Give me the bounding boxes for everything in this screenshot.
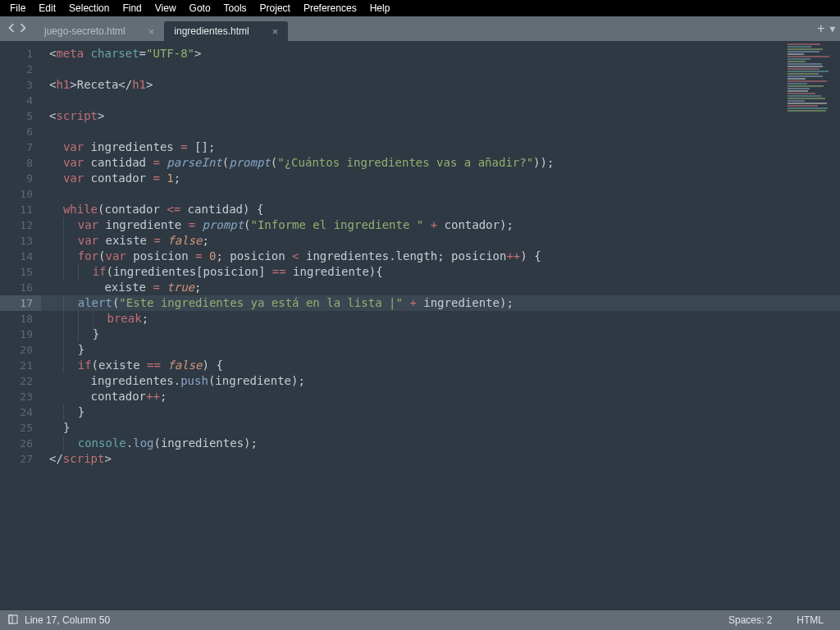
line-number: 2	[0, 62, 33, 77]
code-line	[49, 93, 840, 108]
code-line: </script>	[49, 451, 840, 467]
code-line: break;	[49, 311, 840, 326]
status-position[interactable]: Line 17, Column 50	[25, 614, 110, 626]
nav-forward-icon[interactable]	[18, 23, 28, 35]
code-line: existe = true;	[49, 280, 840, 295]
line-number: 21	[0, 358, 33, 373]
minimap[interactable]	[788, 43, 835, 141]
code-area[interactable]: <meta charset="UTF-8"><h1>Receta</h1><sc…	[41, 41, 840, 615]
code-line: <script>	[49, 108, 840, 124]
code-line: var existe = false;	[49, 233, 840, 249]
line-number: 26	[0, 436, 33, 451]
line-number: 7	[0, 139, 33, 155]
close-icon[interactable]: ×	[148, 25, 155, 38]
tab-nav	[0, 23, 34, 35]
line-number: 6	[0, 124, 33, 139]
line-number: 12	[0, 217, 33, 233]
menu-goto[interactable]: Goto	[183, 1, 217, 16]
code-line: }	[49, 342, 840, 358]
line-number: 18	[0, 311, 33, 326]
line-number: 14	[0, 249, 33, 264]
line-number: 24	[0, 404, 33, 420]
line-number: 25	[0, 420, 33, 436]
code-line	[49, 62, 840, 77]
code-line: console.log(ingredientes);	[49, 436, 840, 451]
line-number: 4	[0, 93, 33, 108]
line-number: 5	[0, 108, 33, 124]
menu-view[interactable]: View	[148, 1, 183, 16]
code-line: for(var posicion = 0; posicion < ingredi…	[49, 249, 840, 264]
code-line	[49, 186, 840, 202]
menu-find[interactable]: Find	[116, 1, 148, 16]
line-number: 11	[0, 202, 33, 217]
line-number: 1	[0, 46, 33, 62]
close-icon[interactable]: ×	[272, 25, 279, 38]
code-line: <meta charset="UTF-8">	[49, 46, 840, 62]
line-number: 17	[0, 295, 41, 311]
tabbar: juego-secreto.html×ingredientes.html× + …	[0, 16, 840, 41]
menu-help[interactable]: Help	[363, 1, 397, 16]
code-line: }	[49, 404, 840, 420]
line-number: 13	[0, 233, 33, 249]
line-number: 10	[0, 186, 33, 202]
menu-preferences[interactable]: Preferences	[297, 1, 363, 16]
line-number: 22	[0, 373, 33, 389]
panel-toggle-icon[interactable]	[8, 614, 18, 627]
line-number: 27	[0, 451, 33, 467]
new-tab-icon[interactable]: +	[817, 21, 824, 36]
line-gutter: 1234567891011121314151617181920212223242…	[0, 41, 41, 615]
code-line: <h1>Receta</h1>	[49, 77, 840, 93]
code-line: var ingrediente = prompt("Informe el ing…	[49, 217, 840, 233]
statusbar: Line 17, Column 50 Spaces: 2 HTML	[0, 610, 840, 630]
line-number: 20	[0, 342, 33, 358]
status-spaces[interactable]: Spaces: 2	[728, 614, 772, 626]
line-number: 15	[0, 264, 33, 280]
code-line: var ingredientes = [];	[49, 139, 840, 155]
menu-edit[interactable]: Edit	[32, 1, 62, 16]
code-line: alert("Este ingredientes ya está en la l…	[41, 295, 840, 311]
tab-0[interactable]: juego-secreto.html×	[34, 21, 164, 41]
nav-back-icon[interactable]	[7, 23, 16, 35]
editor: 1234567891011121314151617181920212223242…	[0, 41, 840, 615]
menu-file[interactable]: File	[3, 1, 32, 16]
menu-selection[interactable]: Selection	[62, 1, 116, 16]
code-line: var cantidad = parseInt(prompt("¿Cuántos…	[49, 155, 840, 171]
menubar: FileEditSelectionFindViewGotoToolsProjec…	[0, 0, 840, 16]
code-line: }	[49, 420, 840, 436]
code-line: if(ingredientes[posicion] == ingrediente…	[49, 264, 840, 280]
tab-label: juego-secreto.html	[44, 25, 126, 37]
code-line: var contador = 1;	[49, 171, 840, 186]
code-line	[49, 124, 840, 139]
svg-rect-0	[9, 615, 17, 623]
code-line: ingredientes.push(ingrediente);	[49, 373, 840, 389]
tab-1[interactable]: ingredientes.html×	[164, 21, 288, 41]
menu-tools[interactable]: Tools	[217, 1, 253, 16]
code-line: while(contador <= cantidad) {	[49, 202, 840, 217]
status-syntax[interactable]: HTML	[797, 614, 824, 626]
line-number: 16	[0, 280, 33, 295]
line-number: 23	[0, 389, 33, 404]
line-number: 8	[0, 155, 33, 171]
line-number: 9	[0, 171, 33, 186]
code-line: contador++;	[49, 389, 840, 404]
tab-dropdown-icon[interactable]: ▼	[829, 24, 835, 34]
tab-label: ingredientes.html	[174, 25, 249, 37]
line-number: 3	[0, 77, 33, 93]
line-number: 19	[0, 326, 33, 342]
svg-rect-1	[9, 615, 12, 623]
code-line: if(existe == false) {	[49, 358, 840, 373]
menu-project[interactable]: Project	[253, 1, 297, 16]
code-line: }	[49, 326, 840, 342]
